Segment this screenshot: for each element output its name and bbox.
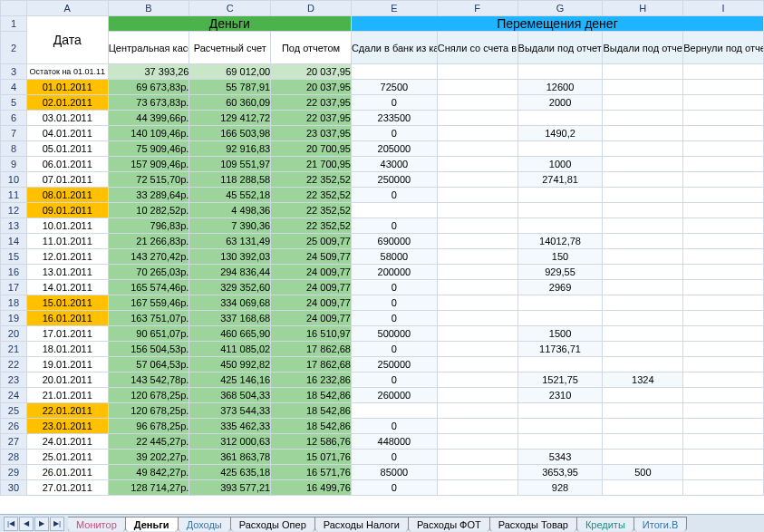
money-cell[interactable]: 120 678,25р.	[108, 388, 189, 403]
column-header-row[interactable]: A B C D E F G H I	[1, 1, 764, 16]
cell[interactable]	[517, 64, 603, 80]
money-cell[interactable]: 16 571,76	[271, 465, 352, 480]
movement-cell[interactable]	[603, 311, 683, 326]
table-row[interactable]: 1310.01.2011796,83р.7 390,3622 352,520	[1, 218, 764, 234]
money-cell[interactable]: 18 542,86	[271, 388, 352, 403]
money-cell[interactable]: 22 352,52	[271, 203, 352, 218]
movement-cell[interactable]: 500	[603, 465, 683, 480]
movement-cell[interactable]	[351, 203, 437, 218]
money-cell[interactable]: 49 842,27р.	[108, 465, 189, 480]
money-cell[interactable]: 18 542,86	[271, 419, 352, 434]
col-header[interactable]: B	[108, 1, 189, 16]
movement-cell[interactable]	[437, 265, 517, 280]
movement-cell[interactable]	[683, 342, 764, 357]
movement-cell[interactable]: 260000	[351, 388, 437, 403]
movement-cell[interactable]	[437, 111, 517, 126]
money-cell[interactable]: 393 577,21	[189, 480, 271, 496]
movement-cell[interactable]: 0	[351, 218, 437, 234]
sheet-tab[interactable]: Монитор	[68, 517, 126, 531]
date-cell[interactable]: 13.01.2011	[26, 265, 108, 280]
movement-cell[interactable]: 11736,71	[517, 342, 603, 357]
money-cell[interactable]: 23 037,95	[271, 126, 352, 141]
movement-cell[interactable]	[683, 403, 764, 419]
date-cell[interactable]: 27.01.2011	[26, 480, 108, 496]
money-cell[interactable]: 294 836,44	[189, 265, 271, 280]
movement-cell[interactable]	[603, 388, 683, 403]
money-cell[interactable]: 90 651,07р.	[108, 326, 189, 342]
movement-cell[interactable]	[437, 141, 517, 157]
movement-cell[interactable]	[437, 203, 517, 218]
date-cell[interactable]: 16.01.2011	[26, 311, 108, 326]
date-cell[interactable]: 04.01.2011	[26, 126, 108, 141]
movement-cell[interactable]: 500000	[351, 326, 437, 342]
table-row[interactable]: 1916.01.2011163 751,07р.337 168,6824 009…	[1, 311, 764, 326]
money-cell[interactable]: 7 390,36	[189, 218, 271, 234]
table-row[interactable]: 805.01.201175 909,46р.92 916,8320 700,95…	[1, 141, 764, 157]
money-cell[interactable]: 156 504,53р.	[108, 342, 189, 357]
table-row[interactable]: 2017.01.201190 651,07р.460 665,9016 510,…	[1, 326, 764, 342]
row-header[interactable]: 29	[1, 465, 27, 480]
money-cell[interactable]: 128 714,27р.	[108, 480, 189, 496]
date-cell[interactable]: 02.01.2011	[26, 95, 108, 111]
movement-cell[interactable]: 2000	[517, 95, 603, 111]
movement-cell[interactable]	[683, 450, 764, 465]
nav-first-icon[interactable]: |◀	[4, 517, 18, 531]
movement-cell[interactable]: 0	[351, 95, 437, 111]
table-row[interactable]: 1108.01.201133 289,64р.45 552,1822 352,5…	[1, 188, 764, 203]
movement-cell[interactable]	[603, 141, 683, 157]
movement-cell[interactable]	[437, 249, 517, 265]
movement-cell[interactable]	[517, 295, 603, 311]
table-row[interactable]: 1714.01.2011165 574,46р.329 352,6024 009…	[1, 280, 764, 295]
money-cell[interactable]: 22 037,95	[271, 95, 352, 111]
movement-cell[interactable]	[603, 80, 683, 95]
money-cell[interactable]: 45 552,18	[189, 188, 271, 203]
movement-cell[interactable]: 0	[351, 342, 437, 357]
money-cell[interactable]: 44 399,66р.	[108, 111, 189, 126]
nav-prev-icon[interactable]: ◀	[19, 517, 34, 531]
money-cell[interactable]: 55 787,91	[189, 80, 271, 95]
movement-cell[interactable]	[437, 95, 517, 111]
money-cell[interactable]: 63 131,49	[189, 234, 271, 249]
money-cell[interactable]: 373 544,33	[189, 403, 271, 419]
movement-cell[interactable]: 2310	[517, 388, 603, 403]
movement-cell[interactable]	[603, 295, 683, 311]
movement-cell[interactable]	[603, 419, 683, 434]
movement-cell[interactable]	[437, 480, 517, 496]
row-header[interactable]: 2	[1, 32, 27, 64]
money-cell[interactable]: 18 542,86	[271, 403, 352, 419]
movement-cell[interactable]	[437, 450, 517, 465]
movement-cell[interactable]	[437, 311, 517, 326]
movement-cell[interactable]: 72500	[351, 80, 437, 95]
row-header[interactable]: 9	[1, 157, 27, 172]
movement-cell[interactable]: 5343	[517, 450, 603, 465]
sheet-tab[interactable]: Расходы Товар	[489, 517, 577, 531]
table-row[interactable]: 401.01.201169 673,83р.55 787,9120 037,95…	[1, 80, 764, 95]
money-cell[interactable]: 143 542,78р.	[108, 372, 189, 388]
money-cell[interactable]: 24 009,77	[271, 265, 352, 280]
movement-cell[interactable]	[437, 295, 517, 311]
movement-cell[interactable]: 205000	[351, 141, 437, 157]
movement-cell[interactable]: 85000	[351, 465, 437, 480]
sheet-tab[interactable]: Расходы ФОТ	[408, 517, 490, 531]
date-cell[interactable]: 10.01.2011	[26, 218, 108, 234]
movement-cell[interactable]: 0	[351, 480, 437, 496]
movement-cell[interactable]: 929,55	[517, 265, 603, 280]
money-cell[interactable]: 57 064,53р.	[108, 357, 189, 372]
movement-cell[interactable]	[603, 172, 683, 188]
money-cell[interactable]: 24 009,77	[271, 280, 352, 295]
row-header[interactable]: 13	[1, 218, 27, 234]
date-cell[interactable]: 07.01.2011	[26, 172, 108, 188]
money-cell[interactable]: 24 009,77	[271, 311, 352, 326]
money-cell[interactable]: 92 916,83	[189, 141, 271, 157]
movement-cell[interactable]	[603, 480, 683, 496]
subheader[interactable]: Сдали в банк из кассы	[351, 32, 437, 64]
header-date[interactable]: Дата	[26, 16, 108, 64]
row-header[interactable]: 16	[1, 265, 27, 280]
movement-cell[interactable]: 12600	[517, 80, 603, 95]
movement-cell[interactable]: 250000	[351, 172, 437, 188]
movement-cell[interactable]: 1521,75	[517, 372, 603, 388]
movement-cell[interactable]	[437, 280, 517, 295]
money-cell[interactable]: 109 551,97	[189, 157, 271, 172]
col-header[interactable]: H	[603, 1, 683, 16]
money-cell[interactable]: 129 412,72	[189, 111, 271, 126]
